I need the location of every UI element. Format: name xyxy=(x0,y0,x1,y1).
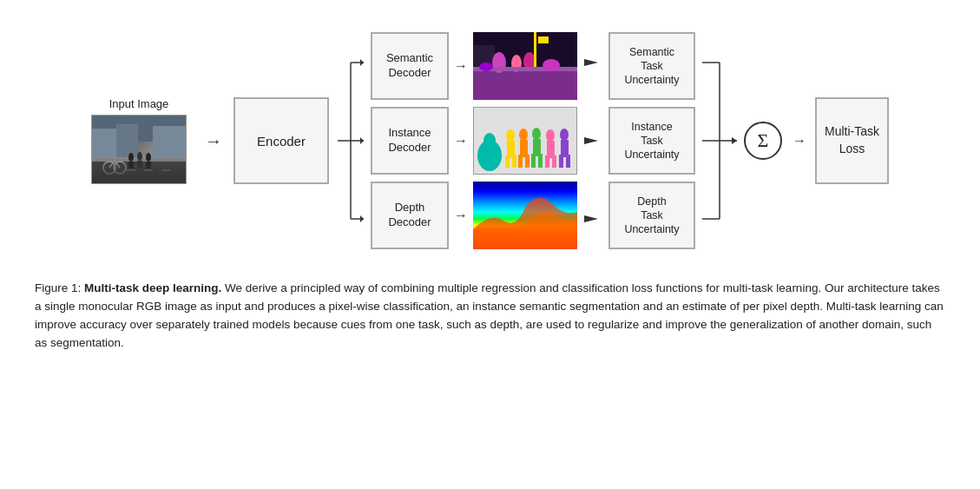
instance-uncertainty-label: InstanceTaskUncertainty xyxy=(624,120,679,162)
branch-connector xyxy=(338,26,364,255)
svg-rect-34 xyxy=(534,32,536,71)
sigma-section: Σ xyxy=(737,122,789,160)
svg-point-42 xyxy=(506,129,515,142)
figure-caption: Figure 1: Multi-task deep learning. We d… xyxy=(26,280,954,353)
encoder-label: Encoder xyxy=(257,134,306,149)
semantic-uncertainty-box: SemanticTaskUncertainty xyxy=(608,32,695,100)
svg-rect-18 xyxy=(161,169,170,171)
input-image xyxy=(91,115,187,184)
arrow-sigma-loss: → xyxy=(793,133,806,149)
uncertainty-sigma-svg xyxy=(702,26,737,255)
instance-row: InstanceDecoder → xyxy=(371,107,577,175)
input-section: Input Image xyxy=(91,97,187,184)
svg-rect-61 xyxy=(566,155,570,168)
decoders-section: SemanticDecoder → xyxy=(371,32,577,249)
semantic-output-image xyxy=(473,32,577,100)
depth-uncertainty-label: DepthTaskUncertainty xyxy=(624,195,679,237)
svg-point-38 xyxy=(543,59,560,71)
instance-uncertainty-box: InstanceTaskUncertainty xyxy=(608,107,695,175)
sigma-symbol: Σ xyxy=(744,122,782,160)
depth-map-svg xyxy=(473,182,577,249)
svg-rect-44 xyxy=(505,155,510,168)
svg-rect-11 xyxy=(146,162,151,169)
svg-marker-65 xyxy=(584,215,598,222)
svg-point-13 xyxy=(114,162,126,174)
svg-rect-35 xyxy=(538,36,549,43)
svg-point-46 xyxy=(519,129,528,141)
svg-rect-30 xyxy=(473,69,577,100)
svg-rect-2 xyxy=(116,124,138,163)
svg-rect-7 xyxy=(128,162,134,169)
caption-bold: Multi-task deep learning. xyxy=(84,281,221,294)
depth-decoder-box: DepthDecoder xyxy=(371,182,449,249)
depth-row: DepthDecoder → xyxy=(371,182,577,249)
svg-point-6 xyxy=(128,153,134,162)
uncertainty-sigma-connector xyxy=(702,26,737,255)
main-container: Input Image xyxy=(0,0,980,370)
svg-rect-5 xyxy=(92,157,187,162)
svg-line-14 xyxy=(109,161,115,168)
svg-rect-52 xyxy=(531,154,536,168)
arrow-depth-img: → xyxy=(454,208,468,223)
figure-number: Figure 1: xyxy=(35,281,81,294)
depth-output-image xyxy=(473,182,577,249)
diagram-area: Input Image xyxy=(26,17,954,264)
arrow-sem-img: → xyxy=(454,58,468,74)
svg-rect-1 xyxy=(92,129,118,163)
svg-point-12 xyxy=(103,162,115,174)
semantic-seg-svg xyxy=(473,32,577,100)
svg-rect-17 xyxy=(144,169,153,171)
svg-rect-49 xyxy=(525,155,529,168)
svg-line-15 xyxy=(115,161,120,168)
svg-point-54 xyxy=(546,129,555,142)
svg-marker-64 xyxy=(584,137,598,144)
task-arrows-svg xyxy=(584,26,602,255)
instance-seg-svg xyxy=(474,108,577,175)
branch-lines-svg xyxy=(338,26,364,255)
svg-rect-57 xyxy=(552,155,556,168)
instance-decoder-label: InstanceDecoder xyxy=(388,126,431,155)
svg-marker-71 xyxy=(732,137,737,144)
svg-marker-26 xyxy=(360,215,364,222)
svg-rect-53 xyxy=(538,154,543,168)
svg-rect-45 xyxy=(512,155,516,168)
svg-marker-63 xyxy=(584,59,598,66)
svg-rect-3 xyxy=(153,126,187,163)
svg-marker-25 xyxy=(360,137,364,144)
svg-point-41 xyxy=(483,133,496,149)
svg-rect-16 xyxy=(127,169,135,171)
svg-rect-48 xyxy=(518,155,523,168)
svg-rect-60 xyxy=(559,155,563,168)
street-scene-svg xyxy=(92,116,187,184)
semantic-decoder-box: SemanticDecoder xyxy=(371,32,449,100)
semantic-uncertainty-label: SemanticTaskUncertainty xyxy=(624,45,679,88)
multitask-loss-label: Multi-TaskLoss xyxy=(825,123,879,157)
instance-decoder-box: InstanceDecoder xyxy=(371,107,449,175)
encoder-box: Encoder xyxy=(233,97,329,184)
svg-rect-9 xyxy=(137,161,142,169)
svg-point-50 xyxy=(532,128,541,140)
instance-output-image xyxy=(473,107,577,175)
arrow-input-encoder: → xyxy=(205,131,222,151)
task-uncertainty-arrows xyxy=(584,26,602,255)
semantic-decoder-label: SemanticDecoder xyxy=(386,51,433,81)
uncertainty-section: SemanticTaskUncertainty InstanceTaskUnce… xyxy=(608,32,695,249)
svg-point-58 xyxy=(560,129,569,141)
arrow-inst-img: → xyxy=(454,133,468,149)
depth-decoder-label: DepthDecoder xyxy=(388,201,431,230)
input-label: Input Image xyxy=(109,97,169,110)
svg-point-37 xyxy=(479,63,493,71)
depth-uncertainty-box: DepthTaskUncertainty xyxy=(608,182,695,249)
svg-marker-24 xyxy=(360,59,364,66)
svg-rect-56 xyxy=(545,155,549,168)
svg-point-10 xyxy=(146,153,151,162)
svg-point-8 xyxy=(137,152,142,161)
semantic-row: SemanticDecoder → xyxy=(371,32,577,100)
multitask-loss-box: Multi-TaskLoss xyxy=(815,97,889,184)
svg-rect-4 xyxy=(92,159,187,184)
